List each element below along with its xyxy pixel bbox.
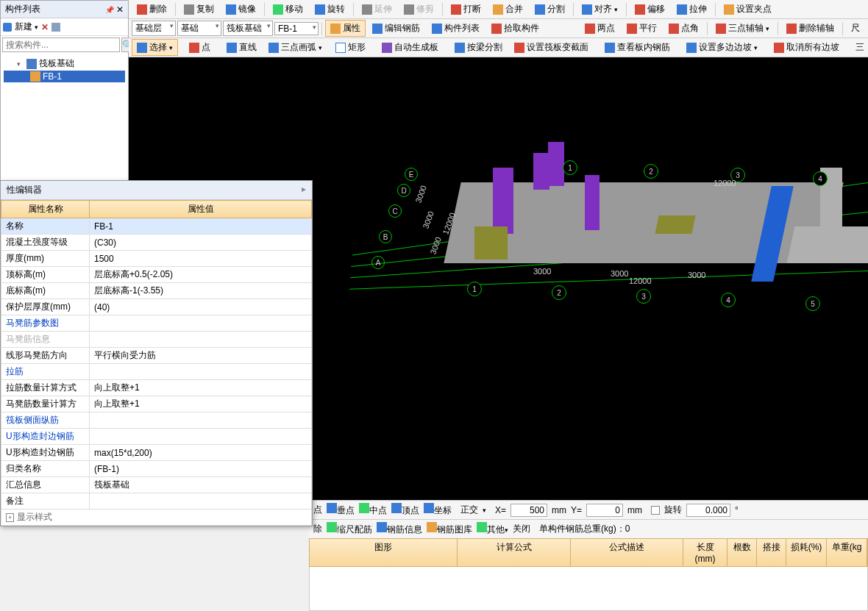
property-value[interactable]: [90, 315, 312, 332]
pick-button[interactable]: 拾取构件: [486, 20, 544, 37]
scale-rebar-button[interactable]: 缩尺配筋: [327, 522, 372, 536]
property-row[interactable]: U形构造封边钢筋: [1, 429, 312, 445]
property-row[interactable]: 拉筋: [1, 364, 312, 380]
select-button[interactable]: 选择▾: [132, 39, 178, 56]
property-value[interactable]: FB-1: [90, 218, 312, 235]
rebar-lib-button[interactable]: 钢筋图库: [427, 522, 472, 536]
chevron-down-icon[interactable]: ▾: [483, 507, 486, 514]
tree-child[interactable]: FB-1: [4, 71, 125, 82]
align-button[interactable]: 对齐▾: [577, 1, 623, 18]
property-row[interactable]: 归类名称(FB-1): [1, 461, 312, 477]
close-icon[interactable]: ✕: [116, 4, 124, 15]
pointangle-button[interactable]: 点角: [664, 20, 704, 37]
rotate-checkbox[interactable]: [651, 506, 660, 515]
apex-snap[interactable]: 顶点: [391, 503, 419, 517]
property-value[interactable]: [90, 493, 312, 510]
property-row[interactable]: 线形马凳筋方向平行横向受力筋: [1, 348, 312, 364]
multislope-button[interactable]: 设置多边边坡▾: [681, 39, 763, 56]
merge-button[interactable]: 合并: [488, 1, 528, 18]
delete-icon[interactable]: ✕: [41, 22, 49, 32]
parallel-button[interactable]: 平行: [622, 20, 662, 37]
collapse-icon[interactable]: ▸: [302, 184, 306, 196]
search-input[interactable]: [2, 37, 120, 52]
property-value[interactable]: 1500: [90, 251, 312, 267]
memberlist-button[interactable]: 构件列表: [427, 20, 485, 37]
property-value[interactable]: 筏板基础: [90, 477, 312, 493]
perp-snap[interactable]: 垂点: [327, 503, 355, 517]
property-value[interactable]: [90, 364, 312, 380]
property-row[interactable]: 混凝土强度等级(C30): [1, 235, 312, 251]
y-input[interactable]: [586, 504, 623, 517]
viewrebar-button[interactable]: 查看板内钢筋: [600, 39, 675, 56]
property-row[interactable]: 底标高(m)层底标高-1(-3.55): [1, 283, 312, 299]
property-value[interactable]: 层底标高+0.5(-2.05): [90, 267, 312, 283]
property-row[interactable]: 马凳筋参数图: [1, 315, 312, 332]
property-row[interactable]: 汇总信息筏板基础: [1, 477, 312, 493]
rotate-input[interactable]: [686, 504, 730, 517]
other-button[interactable]: 其他▾: [477, 522, 508, 536]
midpoint-snap[interactable]: 中点: [359, 503, 387, 517]
type-combo[interactable]: 基础: [177, 21, 221, 36]
rebar-grid-body[interactable]: [309, 567, 868, 611]
collapse-icon[interactable]: ▾: [17, 60, 24, 68]
extend-button[interactable]: 延伸: [357, 1, 397, 18]
setraft-button[interactable]: 设置筏板变截面: [509, 39, 594, 56]
del-btn[interactable]: 除: [313, 523, 322, 535]
property-value[interactable]: 层底标高-1(-3.55): [90, 283, 312, 299]
property-row[interactable]: 名称FB-1: [1, 218, 312, 235]
ruler-button[interactable]: 尺: [846, 20, 865, 37]
display-style-row[interactable]: +显示样式: [1, 510, 312, 526]
property-row[interactable]: 备注: [1, 493, 312, 510]
pin-icon[interactable]: 📌: [105, 6, 114, 14]
subtype-combo[interactable]: 筏板基础: [223, 21, 273, 36]
endpoint-snap[interactable]: 点: [313, 504, 322, 516]
property-button[interactable]: 属性: [325, 20, 366, 37]
twopoint-button[interactable]: 两点: [580, 20, 620, 37]
copy-icon[interactable]: [51, 23, 60, 32]
cancelslope-button[interactable]: 取消所有边坡: [769, 39, 844, 56]
property-value[interactable]: (40): [90, 299, 312, 315]
close-button[interactable]: 关闭: [513, 523, 530, 535]
setgrip-button[interactable]: 设置夹点: [719, 1, 777, 18]
delaux-button[interactable]: 删除辅轴: [781, 20, 839, 37]
property-row[interactable]: 马凳筋数量计算方向上取整+1: [1, 396, 312, 412]
property-value[interactable]: [90, 412, 312, 429]
split-button[interactable]: 分割: [530, 1, 570, 18]
threepoint-button[interactable]: 三点辅轴▾: [711, 20, 775, 37]
point-button[interactable]: 点: [184, 39, 216, 56]
trim-button[interactable]: 修剪: [399, 1, 439, 18]
autogen-button[interactable]: 自动生成板: [377, 39, 444, 56]
property-value[interactable]: 向上取整+1: [90, 396, 312, 412]
property-row[interactable]: U形构造封边钢筋max(15*d,200): [1, 445, 312, 461]
break-button[interactable]: 打断: [446, 1, 486, 18]
property-value[interactable]: [90, 429, 312, 445]
property-row[interactable]: 厚度(mm)1500: [1, 251, 312, 267]
property-value[interactable]: (FB-1): [90, 461, 312, 477]
copy-button[interactable]: 复制: [179, 1, 219, 18]
member-combo[interactable]: FB-1: [274, 22, 319, 35]
rotate-button[interactable]: 旋转: [310, 1, 350, 18]
x-input[interactable]: [511, 504, 547, 517]
tree-root[interactable]: ▾ 筏板基础: [4, 57, 125, 71]
rebar-info-button[interactable]: 钢筋信息: [377, 522, 422, 536]
delete-button[interactable]: 删除: [132, 1, 172, 18]
property-row[interactable]: 拉筋数量计算方式向上取整+1: [1, 380, 312, 396]
beamsplit-button[interactable]: 按梁分割: [449, 39, 508, 56]
property-value[interactable]: [90, 332, 312, 348]
offset-button[interactable]: 偏移: [630, 1, 670, 18]
rect-button[interactable]: 矩形: [330, 39, 371, 56]
move-button[interactable]: 移动: [268, 1, 308, 18]
property-value[interactable]: max(15*d,200): [90, 445, 312, 461]
coord-snap[interactable]: 坐标: [424, 503, 452, 517]
property-row[interactable]: 保护层厚度(mm)(40): [1, 299, 312, 315]
mirror-button[interactable]: 镜像: [221, 1, 261, 18]
property-value[interactable]: 向上取整+1: [90, 380, 312, 396]
property-value[interactable]: (C30): [90, 235, 312, 251]
property-row[interactable]: 马凳筋信息: [1, 332, 312, 348]
floor-combo[interactable]: 基础层: [132, 21, 176, 36]
new-button[interactable]: 新建 ▾: [15, 21, 38, 33]
property-row[interactable]: 顶标高(m)层底标高+0.5(-2.05): [1, 267, 312, 283]
property-value[interactable]: 平行横向受力筋: [90, 348, 312, 364]
line-button[interactable]: 直线: [221, 39, 262, 56]
tri-button[interactable]: 三: [850, 39, 868, 56]
